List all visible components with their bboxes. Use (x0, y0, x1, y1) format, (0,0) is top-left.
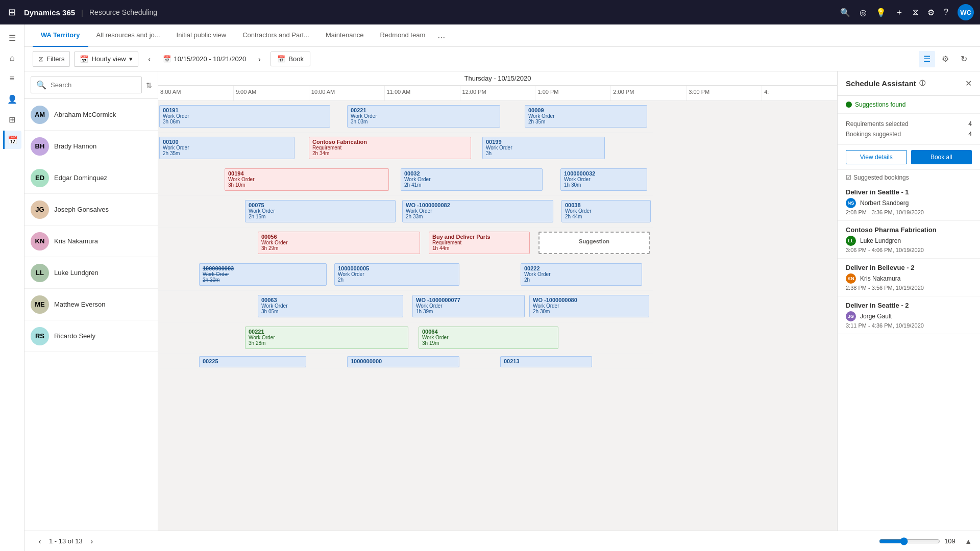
suggestion-block[interactable]: Suggestion (538, 232, 650, 254)
tab-all-resources[interactable]: All resources and jo... (88, 24, 168, 47)
filters-button[interactable]: ⧖ Filters (33, 51, 70, 67)
tab-more[interactable]: ... (433, 30, 449, 41)
tab-contractors[interactable]: Contractors and Part... (234, 24, 317, 47)
target-icon[interactable]: ◎ (860, 8, 867, 17)
sidebar-people-icon[interactable]: 👤 (3, 90, 21, 108)
date-range-display[interactable]: 📅 10/15/2020 - 10/21/2020 (159, 53, 251, 65)
assistant-metrics: Requirements selected 4 Bookings suggest… (838, 114, 980, 145)
booking-block[interactable]: WO -1000000082 Work Order 2h 33m (402, 200, 553, 222)
list-item[interactable]: BH Brady Hannon (24, 131, 158, 162)
list-item[interactable]: LL Luke Lundgren (24, 257, 158, 289)
filter-icon[interactable]: ⧖ (913, 8, 918, 17)
status-text: Suggestions found (855, 101, 905, 108)
booking-block[interactable]: 00191 Work Order 3h 06m (159, 105, 330, 128)
booking-block[interactable]: WO -1000000077 Work Order 1h 39m (412, 295, 525, 317)
suggestion-avatar: NS (846, 198, 856, 208)
suggestion-item[interactable]: Deliver in Bellevue - 2 KN Kris Nakamura… (838, 259, 980, 296)
booking-block[interactable]: 00038 Work Order 2h 44m (561, 200, 651, 222)
booking-block[interactable]: 1000000032 Work Order 1h 30m (560, 168, 647, 191)
booking-id: 00191 (163, 107, 327, 113)
sidebar-home-icon[interactable]: ⌂ (3, 49, 21, 67)
list-item[interactable]: AM Abraham McCormick (24, 99, 158, 131)
zoom-slider[interactable] (879, 537, 940, 545)
book-label: Book (288, 55, 304, 63)
booking-block[interactable]: 00009 Work Order 2h 35m (525, 105, 647, 128)
booking-block[interactable]: Buy and Deliver Parts Requirement 1h 44m (429, 232, 530, 254)
waffle-icon[interactable]: ⊞ (6, 5, 18, 20)
booking-block[interactable]: 00032 Work Order 2h 41m (401, 168, 543, 191)
settings-icon[interactable]: ⚙ (927, 8, 935, 17)
next-page-button[interactable]: › (85, 534, 99, 548)
booking-block[interactable]: 1000000000 (347, 356, 459, 367)
booking-id: WO -1000000080 (533, 297, 646, 303)
timeline-body[interactable]: 00191 Work Order 3h 06m 00221 Work Order… (158, 101, 837, 531)
expand-icon[interactable]: ▲ (965, 537, 972, 545)
booking-id: 00199 (486, 139, 601, 145)
settings-view-button[interactable]: ⚙ (937, 51, 953, 67)
booking-block[interactable]: 00075 Work Order 2h 15m (245, 200, 396, 222)
next-date-button[interactable]: › (252, 52, 266, 66)
list-item[interactable]: RS Ricardo Seely (24, 320, 158, 352)
hourly-view-button[interactable]: 📅 Hourly view ▾ (74, 52, 138, 67)
footer: ‹ 1 - 13 of 13 › 109 ▲ (24, 531, 980, 551)
booking-block[interactable]: 00199 Work Order 3h (482, 137, 605, 159)
refresh-button[interactable]: ↻ (955, 51, 972, 67)
assistant-info-icon[interactable]: ⓘ (919, 79, 925, 88)
prev-date-button[interactable]: ‹ (142, 52, 157, 66)
search-input[interactable] (51, 81, 136, 89)
suggestion-item[interactable]: Deliver in Seattle - 1 NS Norbert Sandbe… (838, 183, 980, 221)
booking-block[interactable]: 00063 Work Order 3h 05m (258, 295, 403, 317)
list-item[interactable]: ME Matthew Everson (24, 289, 158, 320)
booking-block[interactable]: 00064 Work Order 3h 19m (419, 327, 558, 349)
tab-initial-public[interactable]: Initial public view (168, 24, 235, 47)
booking-duration: 2h 44m (565, 214, 647, 219)
close-button[interactable]: ✕ (965, 79, 972, 88)
hour-cell-13: 1:00 PM (535, 86, 611, 101)
tab-redmond[interactable]: Redmond team (372, 24, 433, 47)
booking-block[interactable]: 00221 Work Order 3h 28m (245, 327, 408, 349)
hour-cell-16: 4: (762, 86, 837, 101)
list-item[interactable]: ED Edgar Dominquez (24, 162, 158, 194)
booking-block[interactable]: 00225 (199, 356, 306, 367)
book-all-button[interactable]: Book all (911, 150, 972, 164)
booking-id: 00075 (249, 202, 392, 208)
booking-block[interactable]: 00222 Work Order 2h (521, 263, 642, 286)
sort-icon[interactable]: ⇅ (146, 81, 152, 89)
help-icon[interactable]: ? (944, 8, 948, 17)
add-icon[interactable]: ＋ (895, 7, 903, 18)
booking-block[interactable]: Contoso Fabrication Requirement 2h 34m (309, 137, 471, 159)
list-view-button[interactable]: ☰ (919, 51, 935, 67)
booking-type: Work Order (524, 271, 639, 277)
booking-block[interactable]: 1000000003 Work Order 2h 30m (199, 263, 327, 286)
booking-block[interactable]: 00100 Work Order 2h 35m (159, 137, 295, 159)
booking-block[interactable]: 00056 Work Order 3h 29m (258, 232, 420, 254)
booking-duration: 3h 29m (261, 245, 416, 251)
book-button[interactable]: 📅 Book (271, 52, 310, 66)
date-nav: ‹ 📅 10/15/2020 - 10/21/2020 › (142, 52, 267, 66)
sidebar-calendar-icon[interactable]: 📅 (3, 131, 21, 149)
prev-page-button[interactable]: ‹ (33, 534, 47, 548)
suggestion-name: Luke Lundgren (860, 237, 901, 244)
list-item[interactable]: KN Kris Nakamura (24, 226, 158, 257)
booking-block[interactable]: WO -1000000080 Work Order 2h 30m (529, 295, 649, 317)
booking-block[interactable]: 1000000005 Work Order 2h (334, 263, 459, 286)
booking-id: 00213 (504, 358, 589, 364)
lightbulb-icon[interactable]: 💡 (876, 8, 886, 17)
sidebar-menu-icon[interactable]: ☰ (3, 29, 21, 47)
list-item[interactable]: JG Joseph Gonsalves (24, 194, 158, 226)
booking-type: Work Order (422, 335, 555, 340)
sidebar-board-icon[interactable]: ⊞ (3, 110, 21, 129)
booking-block[interactable]: 00213 (500, 356, 592, 367)
booking-block[interactable]: 00221 Work Order 3h 03m (347, 105, 500, 128)
search-icon[interactable]: 🔍 (840, 8, 850, 17)
booking-type: Requirement (432, 240, 526, 245)
booking-id: 00222 (524, 265, 639, 271)
tab-wa-territory[interactable]: WA Territory (33, 24, 88, 47)
user-avatar[interactable]: WC (958, 4, 974, 20)
suggestion-item[interactable]: Deliver in Seattle - 2 JG Jorge Gault 3:… (838, 296, 980, 334)
sidebar-list-icon[interactable]: ≡ (3, 69, 21, 88)
tab-maintenance[interactable]: Maintenance (317, 24, 372, 47)
suggestion-item[interactable]: Contoso Pharma Fabrication LL Luke Lundg… (838, 221, 980, 259)
view-details-button[interactable]: View details (846, 150, 907, 164)
booking-block[interactable]: 00194 Work Order 3h 10m (225, 168, 389, 191)
